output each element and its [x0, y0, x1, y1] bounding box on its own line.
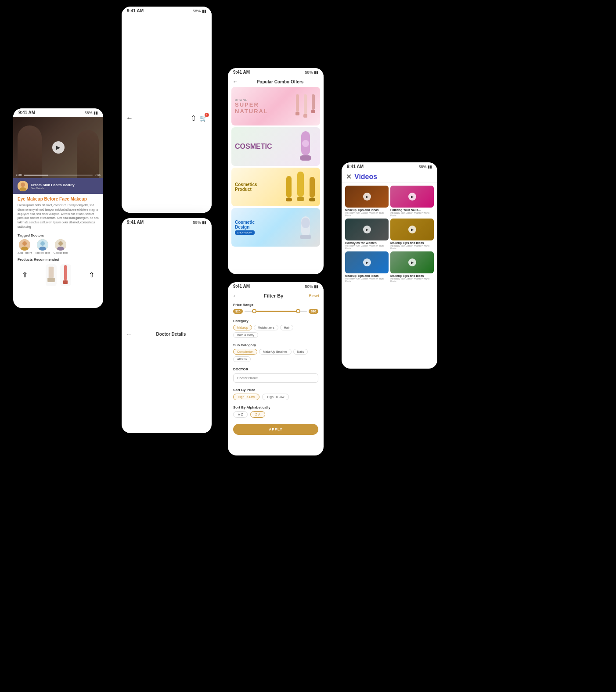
play-icon-5: ▶: [363, 258, 371, 266]
sort-a-z[interactable]: A-Z: [233, 411, 248, 418]
sort-alpha-label: Sort By Alphabetically: [233, 405, 318, 409]
chip-makeup-brushes[interactable]: Make Up Brushes: [259, 349, 292, 355]
subcategory-chips: Complexion Make Up Brushes Nails Alterna: [233, 349, 318, 362]
banner1-title: SUPER: [235, 101, 268, 108]
phone-combo-offers: 9:41 AM 58% ▮▮ ← Popular Combo Offers BR…: [228, 68, 324, 274]
chip-moisturizers[interactable]: Moisturizers: [254, 325, 278, 330]
share-icon-1[interactable]: ⇧: [191, 114, 196, 122]
price-max-badge: $80: [309, 309, 318, 314]
category-chips: Makeup Moisturizers Hair Bath & Body: [233, 325, 318, 338]
doctor-name-2: Nicole Fuller: [36, 251, 50, 254]
video-play-overlay-4: ▶: [390, 219, 434, 240]
video-play-overlay-3: ▶: [345, 219, 389, 240]
sort-high-to-low[interactable]: High To Low: [233, 394, 259, 400]
chip-makeup[interactable]: Makeup: [233, 325, 252, 330]
banner4-title: Cosmetic: [235, 220, 255, 225]
phone-product-detail: 9:41 AM 58% ▮▮ ← ⇧ 🛒 1 25 points: [122, 7, 212, 213]
doctor-item-3[interactable]: George Bell: [54, 239, 68, 254]
sort-alpha-row: A-Z Z-A: [233, 411, 318, 418]
share-icon-2a[interactable]: ⇧: [22, 271, 28, 279]
sort-alpha-section: Sort By Alphabetically A-Z Z-A: [228, 404, 324, 421]
chip-hair[interactable]: Hair: [280, 325, 294, 330]
chip-alterna[interactable]: Alterna: [233, 356, 251, 362]
combo-banner-2[interactable]: COSMETIC: [231, 127, 320, 166]
video-card-4[interactable]: ▶ Makeup Tips and Ideas #Beauty #Dr. Jas…: [390, 219, 434, 250]
shop-now-button[interactable]: SHOP NOW: [235, 230, 255, 235]
video-card-1[interactable]: ▶ Makeup Tips and Ideas #Beauty #Dr. Jas…: [345, 186, 389, 217]
banner2-title: COSMETIC: [235, 143, 272, 151]
combo-banner-4[interactable]: Cosmetic Design SHOP NOW: [231, 208, 320, 247]
video-thumb-4: ▶: [390, 219, 434, 240]
svg-rect-44: [311, 110, 315, 113]
back-button-5[interactable]: ←: [232, 292, 238, 299]
doctor-filter-label: DOCTOR: [233, 367, 318, 371]
doctor-item-2[interactable]: Nicole Fuller: [36, 239, 50, 254]
video-card-5[interactable]: ▶ Makeup Tips and Ideas #Beauty #Dr. Jas…: [345, 251, 389, 283]
video-title-1: Makeup Tips and Ideas: [345, 208, 389, 212]
apply-button[interactable]: APPLY: [233, 424, 318, 435]
article-body: Lorem ipsum dolor sit amet, consectetur …: [18, 203, 99, 229]
combo-banner-1[interactable]: BRAND SUPER NATURAL: [231, 87, 320, 125]
combo-banner-3[interactable]: Cosmetics Product: [231, 168, 320, 206]
svg-rect-23: [63, 280, 68, 284]
video-title-2: Painting Your Nails...: [390, 208, 434, 212]
doctor-item-1[interactable]: Julia Rollent: [18, 239, 32, 254]
banner3-title2: Product: [235, 187, 257, 192]
video-play-overlay-1: ▶: [345, 186, 389, 208]
svg-rect-51: [297, 197, 304, 201]
video-play-overlay-2: ▶: [390, 186, 434, 208]
video-thumb-2: ▶: [390, 186, 434, 208]
sort-high-tu-low[interactable]: High Tu Low: [262, 394, 289, 400]
phone-article: 9:41 AM 58% ▮▮ ▶ 1:30 3:46: [13, 108, 103, 308]
video-card-2[interactable]: ▶ Painting Your Nails... #Beauty #Dr. Ja…: [390, 186, 434, 217]
filter-title: Filter By: [241, 293, 306, 298]
doctor-name-input[interactable]: [233, 373, 318, 383]
play-icon-6: ▶: [408, 258, 416, 266]
video-title-3: Hairstyles for Women: [345, 241, 389, 244]
video-play-overlay-6: ▶: [390, 251, 434, 273]
video-card-6[interactable]: ▶ Makeup Tips and Ideas #Beauty #Dr. Jas…: [390, 251, 434, 283]
svg-rect-55: [300, 235, 311, 239]
back-button-3[interactable]: ←: [126, 330, 132, 337]
banner1-products: [294, 94, 317, 118]
video-title-4: Makeup Tips and Ideas: [390, 241, 434, 244]
tagged-doctors-section: Tagged Doctors Julia Rollent Nicole Full…: [13, 232, 103, 256]
svg-point-18: [58, 241, 63, 246]
price-slider[interactable]: [245, 308, 307, 314]
reset-button[interactable]: Reset: [309, 294, 319, 298]
svg-rect-53: [309, 198, 315, 201]
price-handle-right[interactable]: [296, 309, 300, 313]
status-icons-4: 58% ▮▮: [305, 70, 318, 75]
status-bar-2: 9:41 AM 58% ▮▮: [13, 108, 103, 117]
svg-point-9: [21, 183, 25, 187]
close-button[interactable]: ✕: [346, 172, 352, 181]
back-button-1[interactable]: ←: [126, 114, 133, 122]
videos-grid: ▶ Makeup Tips and Ideas #Beauty #Dr. Jas…: [342, 183, 437, 285]
price-handle-left[interactable]: [252, 309, 256, 313]
status-bar-3: 9:41 AM 58% ▮▮: [122, 218, 212, 226]
video-time: 1:30 3:46: [16, 173, 101, 176]
play-button[interactable]: ▶: [52, 141, 65, 154]
svg-rect-40: [295, 112, 299, 115]
battery-2: 58% ▮▮: [84, 111, 98, 115]
share-icon-2b[interactable]: ⇧: [89, 271, 94, 279]
videos-title: Videos: [354, 173, 433, 181]
status-time-6: 9:41 AM: [347, 164, 364, 169]
rec-product-1: [46, 264, 57, 286]
cart-icon-1[interactable]: 🛒 1: [200, 115, 207, 122]
back-button-4[interactable]: ←: [232, 78, 238, 85]
video-card-3[interactable]: ▶ Hairstyles for Women #Beauty #Dr. Jaso…: [345, 219, 389, 250]
svg-rect-49: [286, 198, 292, 201]
chip-bath-body[interactable]: Bath & Body: [233, 332, 258, 338]
sort-z-a[interactable]: Z-A: [250, 411, 265, 418]
video-thumb-6: ▶: [390, 251, 434, 273]
price-range-section: Price Range $20 $80: [228, 301, 324, 317]
doctors-row: Julia Rollent Nicole Fuller George Bell: [18, 239, 99, 254]
status-icons-3: 58% ▮▮: [193, 220, 206, 225]
video-thumb-3: ▶: [345, 219, 389, 240]
banner1-brand: BRAND: [235, 98, 268, 101]
phone-videos: 9:41 AM 58% ▮▮ ✕ Videos ▶ Makeup Tips an…: [342, 162, 437, 369]
video-thumb-5: ▶: [345, 251, 389, 273]
chip-complexion[interactable]: Complexion: [233, 349, 257, 355]
chip-nails[interactable]: Nails: [293, 349, 308, 355]
